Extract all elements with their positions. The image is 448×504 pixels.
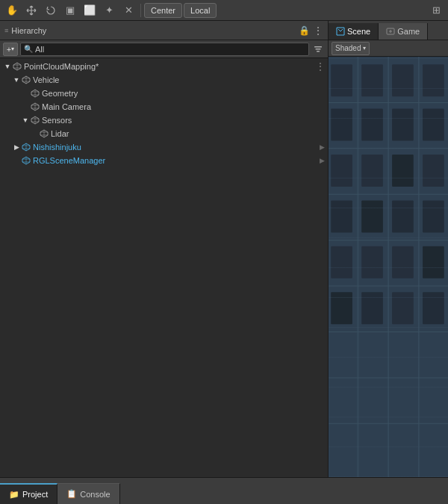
svg-rect-24 <box>423 109 444 141</box>
cube-icon-geometry <box>30 88 40 99</box>
hamburger-icon[interactable]: ≡ <box>4 27 8 34</box>
move-tool-icon[interactable] <box>22 1 40 19</box>
add-button[interactable]: + ▾ <box>3 43 18 56</box>
filter-icon[interactable] <box>311 43 325 56</box>
svg-rect-26 <box>361 155 383 187</box>
hierarchy-tree: ▼ PointCloudMapping* ⋮ ▼ <box>0 58 328 477</box>
context-menu-pointcloud[interactable]: ⋮ <box>316 61 325 72</box>
tab-game[interactable]: Game <box>379 23 428 40</box>
tree-item-pointcloud[interactable]: ▼ PointCloudMapping* ⋮ <box>0 60 328 73</box>
label-vehicle: Vehicle <box>33 75 59 84</box>
local-button[interactable]: Local <box>184 3 217 18</box>
rect-tool-icon[interactable]: ⬜ <box>81 1 99 19</box>
tree-item-rglscenemanager[interactable]: RGLSceneManager ▶ <box>0 154 328 167</box>
cube-icon-pointcloud <box>12 61 22 72</box>
arrow-nishishinjuku[interactable]: ▶ <box>12 143 21 152</box>
bottom-tab-bar: 📁 Project 📋 Console <box>0 477 448 504</box>
scale-tool-icon[interactable]: ▣ <box>61 1 79 19</box>
rotate-tool-icon[interactable] <box>42 1 60 19</box>
right-arrow-rglscenemanager: ▶ <box>320 157 325 164</box>
arrow-sensors[interactable]: ▼ <box>21 116 30 125</box>
search-input[interactable] <box>35 45 305 54</box>
tree-item-geometry[interactable]: ▶ Geometry <box>0 87 328 100</box>
svg-rect-17 <box>331 64 352 96</box>
main-toolbar: ✋ ▣ ⬜ ✦ ✕ Center Local ⊞ <box>0 0 448 21</box>
svg-rect-34 <box>361 246 383 279</box>
shaded-label: Shaded <box>335 44 361 52</box>
scene-tabs: Scene Game <box>329 21 448 40</box>
svg-rect-1 <box>316 49 321 50</box>
scene-sub-toolbar: Shaded ▾ <box>329 40 448 57</box>
svg-rect-31 <box>392 200 414 232</box>
dropdown-arrow-icon: ▾ <box>363 45 366 52</box>
tab-console[interactable]: 📋 Console <box>57 483 119 504</box>
hierarchy-panel: ≡ Hierarchy 🔒 ⋮ + ▾ 🔍 <box>0 21 329 477</box>
search-input-wrap: 🔍 <box>20 43 309 56</box>
cube-icon-vehicle <box>21 75 31 85</box>
center-label: Center <box>151 6 175 15</box>
svg-rect-5 <box>329 57 448 477</box>
transform-tool-icon[interactable]: ✦ <box>100 1 118 19</box>
shaded-dropdown[interactable]: Shaded ▾ <box>332 42 370 55</box>
svg-rect-27 <box>392 155 414 187</box>
folder-icon: 📁 <box>9 490 19 500</box>
arrow-lidar: ▶ <box>30 129 39 138</box>
svg-rect-2 <box>317 51 320 52</box>
cube-icon-maincamera <box>30 102 40 112</box>
label-pointcloud: PointCloudMapping* <box>24 62 99 71</box>
label-sensors: Sensors <box>42 116 72 125</box>
svg-rect-22 <box>361 109 383 141</box>
lock-icon[interactable]: 🔒 <box>299 25 310 36</box>
console-icon: 📋 <box>66 489 77 499</box>
tree-item-sensors[interactable]: ▼ Sensors <box>0 113 328 127</box>
local-label: Local <box>190 6 210 15</box>
svg-rect-36 <box>423 246 444 279</box>
svg-rect-18 <box>361 64 383 96</box>
svg-rect-30 <box>361 200 383 232</box>
custom-tool-icon[interactable]: ✕ <box>119 1 137 19</box>
tree-item-vehicle[interactable]: ▼ Vehicle <box>0 73 328 87</box>
label-maincamera: Main Camera <box>42 102 91 111</box>
grid-icon[interactable]: ⊞ <box>427 1 445 19</box>
arrow-geometry: ▶ <box>21 89 30 98</box>
game-tab-label: Game <box>397 27 420 36</box>
tab-scene[interactable]: Scene <box>329 23 379 40</box>
svg-rect-23 <box>392 109 414 141</box>
svg-rect-21 <box>331 109 352 141</box>
hand-tool-icon[interactable]: ✋ <box>3 1 21 19</box>
search-icon: 🔍 <box>24 45 33 53</box>
scene-building-svg <box>329 57 448 477</box>
scene-panel: Scene Game Shaded ▾ <box>329 21 448 477</box>
arrow-vehicle[interactable]: ▼ <box>12 75 21 84</box>
svg-rect-28 <box>423 155 444 187</box>
tree-item-lidar[interactable]: ▶ Lidar <box>0 127 328 140</box>
svg-rect-19 <box>392 64 414 96</box>
label-geometry: Geometry <box>42 89 78 98</box>
hierarchy-header: ≡ Hierarchy 🔒 ⋮ <box>0 21 328 40</box>
tree-item-maincamera[interactable]: ▶ Main Camera <box>0 100 328 113</box>
arrow-rglscenemanager <box>12 156 21 165</box>
project-tab-label: Project <box>22 490 48 499</box>
label-rglscenemanager: RGLSceneManager <box>33 156 105 165</box>
svg-rect-39 <box>392 292 414 324</box>
svg-rect-25 <box>331 155 352 187</box>
tab-project[interactable]: 📁 Project <box>0 483 57 504</box>
scene-tab-label: Scene <box>347 27 370 36</box>
svg-rect-4 <box>329 57 448 477</box>
right-arrow-nishishinjuku: ▶ <box>320 143 325 151</box>
arrow-maincamera: ▶ <box>21 102 30 111</box>
svg-rect-33 <box>331 246 352 279</box>
toolbar-right: ⊞ <box>427 1 445 19</box>
center-button[interactable]: Center <box>144 3 182 18</box>
console-tab-label: Console <box>80 490 110 499</box>
panel-menu-icon[interactable]: ⋮ <box>313 25 323 37</box>
svg-rect-29 <box>331 200 352 232</box>
tree-item-nishishinjuku[interactable]: ▶ Nishishinjuku ▶ <box>0 140 328 154</box>
label-nishishinjuku: Nishishinjuku <box>33 143 81 152</box>
main-layout: ≡ Hierarchy 🔒 ⋮ + ▾ 🔍 <box>0 21 448 477</box>
hierarchy-title: Hierarchy <box>11 26 46 35</box>
label-lidar: Lidar <box>51 129 69 138</box>
svg-rect-37 <box>331 292 352 324</box>
search-bar: + ▾ 🔍 <box>0 40 328 58</box>
arrow-pointcloud[interactable]: ▼ <box>3 62 12 71</box>
